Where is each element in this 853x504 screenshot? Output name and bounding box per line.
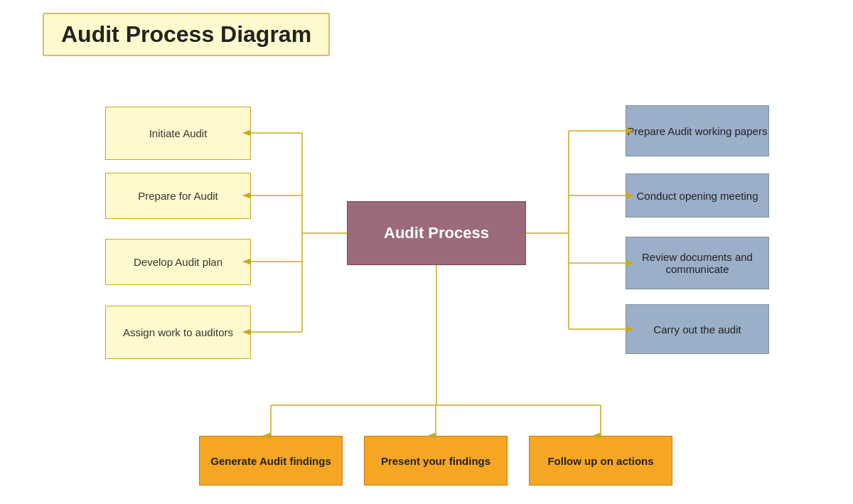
left-box-initiate: Initiate Audit: [105, 107, 251, 160]
bottom-box-present: Present your findings: [364, 436, 508, 486]
page-title: Audit Process Diagram: [61, 21, 311, 47]
title-box: Audit Process Diagram: [43, 13, 330, 56]
right-box-carryout: Carry out the audit: [626, 304, 769, 354]
center-box: Audit Process: [347, 201, 526, 265]
left-box-prepare: Prepare for Audit: [105, 173, 251, 219]
bottom-box-generate: Generate Audit findings: [199, 436, 343, 486]
left-box-develop: Develop Audit plan: [105, 239, 251, 285]
right-box-papers: Prepare Audit working papers: [626, 105, 769, 156]
right-box-meeting: Conduct opening meeting: [626, 173, 769, 218]
right-box-review: Review documents and communicate: [626, 237, 769, 289]
bottom-box-followup: Follow up on actions: [529, 436, 672, 486]
left-box-assign: Assign work to auditors: [105, 306, 251, 359]
